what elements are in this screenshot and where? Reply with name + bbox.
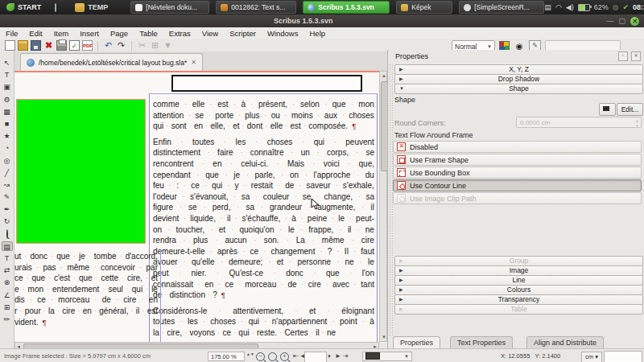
insert-line-tool[interactable]: ╱ — [2, 168, 13, 178]
zoom-tool[interactable] — [2, 229, 13, 239]
text-flow-contour-line-option[interactable]: Use Contour Line — [393, 179, 642, 191]
selected-image-frame[interactable] — [16, 99, 146, 244]
menu-file[interactable]: File — [0, 29, 23, 38]
menu-windows[interactable]: Windows — [262, 29, 304, 38]
section-table[interactable]: ▶ Table — [394, 304, 643, 315]
undo-icon[interactable]: ↶ — [103, 40, 114, 51]
paste-icon[interactable]: ▼ — [163, 40, 173, 51]
copy-icon[interactable]: ⊞ — [150, 40, 160, 51]
insert-render-frame-tool[interactable]: ⚙ — [2, 95, 13, 105]
spin-down-icon[interactable]: ▼ — [635, 123, 639, 129]
terminal-launcher-icon[interactable] — [55, 3, 56, 12]
zoom-out-icon[interactable]: − — [256, 352, 265, 361]
save-icon[interactable] — [31, 40, 41, 51]
insert-spiral-tool[interactable]: ◎ — [2, 156, 13, 166]
insert-image-frame-tool[interactable]: ▣ — [2, 82, 13, 92]
tab-align-distribute[interactable]: Align and Distribute — [526, 336, 604, 349]
edit-text-story-editor-tool[interactable]: T — [2, 253, 13, 263]
next-page-icon[interactable]: ► — [335, 352, 341, 360]
taskbar-window-untitled[interactable]: [Névtelen doku... — [130, 1, 209, 14]
shield-icon[interactable]: ✔ — [623, 3, 630, 11]
battery-icon[interactable] — [578, 4, 590, 11]
menu-help[interactable]: Help — [303, 29, 331, 38]
temp-folder-shortcut[interactable]: TEMP — [75, 3, 108, 12]
insert-bezier-tool[interactable]: ↝ — [2, 180, 13, 190]
redo-icon[interactable]: ↷ — [116, 40, 126, 51]
text-flow-disabled-option[interactable]: Disabled — [393, 141, 642, 153]
left-text-frame[interactable]: ut·donc·que·je·tombe·d'accord,urais·pas·… — [14, 251, 161, 342]
measurements-tool[interactable]: ∠ — [2, 290, 13, 300]
shape-selector-button[interactable] — [599, 103, 616, 116]
start-button[interactable]: START — [0, 0, 47, 14]
close-button[interactable]: ✕ — [630, 17, 639, 26]
maximize-button[interactable]: ▢ — [618, 18, 625, 25]
menu-table[interactable]: Table — [134, 29, 163, 38]
taskbar-window-bugtracker[interactable]: 0012862: Text s... — [216, 1, 296, 14]
menu-scripter[interactable]: Scripter — [224, 29, 262, 38]
cut-icon[interactable]: ✂ — [137, 40, 147, 51]
zoom-level-spinbox[interactable]: 175.00 % — [208, 352, 245, 361]
zoom-default-icon[interactable] — [268, 352, 277, 361]
insert-table-tool[interactable]: ▦ — [2, 107, 13, 117]
edit-shape-button[interactable]: Edit... — [617, 103, 643, 116]
tab-properties[interactable]: Properties — [393, 336, 440, 349]
network-globe-icon[interactable]: ◍ — [613, 3, 619, 11]
insert-freehand-tool[interactable]: ✎ — [2, 192, 13, 202]
unlink-text-frames-tool[interactable]: ⊗ — [2, 278, 13, 287]
text-flow-frame-shape-option[interactable]: Use Frame Shape — [393, 154, 642, 166]
vertical-scrollbar[interactable]: ▲ ▼ — [379, 71, 387, 342]
insert-calligraphic-line-tool[interactable]: ✒ — [2, 204, 13, 214]
dock-float-icon[interactable]: ▫ — [618, 51, 628, 61]
taskbar-window-scribus[interactable]: Scribus 1.5.3.svn — [303, 1, 390, 14]
page-dropdown-icon[interactable]: ▼ — [327, 353, 332, 360]
print-icon[interactable] — [56, 40, 67, 51]
insert-text-frame-tool[interactable]: T — [2, 70, 13, 80]
menu-page[interactable]: Page — [105, 29, 134, 38]
first-page-icon[interactable]: ⇤ — [293, 352, 299, 360]
menu-item[interactable]: Item — [48, 29, 74, 38]
edit-contents-tool[interactable]: ▤ — [2, 241, 13, 251]
insert-shape-tool[interactable]: ■ — [2, 119, 13, 129]
taskbar-window-screenrecorder[interactable]: [SimpleScreenR... — [459, 1, 544, 14]
right-text-frame[interactable]: comme·elle·est·à·présent,·selon·que·mona… — [149, 93, 378, 342]
insert-polygon-tool[interactable]: ★ — [2, 131, 13, 141]
scroll-up-icon[interactable]: ▲ — [382, 72, 386, 79]
canvas[interactable]: comme·elle·est·à·présent,·selon·que·mona… — [14, 71, 379, 342]
scroll-down-icon[interactable]: ▼ — [382, 334, 386, 340]
empty-text-frame[interactable] — [171, 75, 362, 92]
display-tray-icon[interactable]: ▤ — [544, 3, 551, 11]
menu-edit[interactable]: Edit — [23, 29, 47, 38]
menu-extras[interactable]: Extras — [163, 29, 196, 38]
menu-insert[interactable]: Insert — [74, 29, 105, 38]
section-shape[interactable]: ▼ Shape — [394, 84, 643, 94]
volume-tray-icon[interactable]: ◀) — [566, 3, 574, 11]
tab-close-icon[interactable]: ✕ — [191, 59, 196, 66]
taskbar-window-pictures[interactable]: Képek — [396, 1, 452, 14]
tab-text-properties[interactable]: Text Properties — [450, 336, 513, 349]
text-flow-bounding-box-option[interactable]: Use Bounding Box — [393, 167, 642, 179]
round-corners-spinbox[interactable]: 0.0000 cm ▲ ▼ — [516, 117, 642, 128]
link-text-frames-tool[interactable]: ⇄ — [2, 265, 13, 275]
layer-select[interactable]: ▼ — [362, 352, 412, 361]
minimize-button[interactable]: — — [606, 18, 613, 25]
export-pdf-icon[interactable]: PDF — [82, 40, 93, 51]
last-page-icon[interactable]: ⇥ — [343, 352, 349, 360]
menu-view[interactable]: View — [196, 29, 224, 38]
rotate-item-tool[interactable]: ↻ — [2, 216, 13, 226]
eye-dropper-tool[interactable]: ✏ — [2, 315, 13, 324]
unit-select[interactable]: cm ▾ — [581, 352, 602, 362]
zoom-spin-arrows[interactable]: ▲▼ — [246, 352, 253, 361]
select-tool[interactable]: ↖ — [2, 58, 13, 68]
page-number-box[interactable] — [304, 352, 327, 362]
copy-item-properties-tool[interactable]: ⊞ — [2, 302, 13, 312]
zoom-in-icon[interactable]: + — [280, 352, 289, 361]
document-tab[interactable]: /home/benedek/Letöltések/critical layout… — [20, 53, 203, 71]
text-flow-clip-path-option[interactable]: Use Image Clip Path — [393, 192, 642, 204]
open-icon[interactable] — [18, 40, 28, 51]
preflight-verifier-icon[interactable]: ✓ — [69, 40, 80, 51]
close-icon[interactable]: ✖ — [43, 40, 54, 51]
wifi-tray-icon[interactable]: ◠ — [555, 3, 562, 11]
dock-close-icon[interactable]: ✕ — [631, 51, 641, 61]
insert-arc-tool[interactable]: ◔ — [2, 143, 13, 153]
new-document-icon[interactable] — [5, 40, 15, 51]
